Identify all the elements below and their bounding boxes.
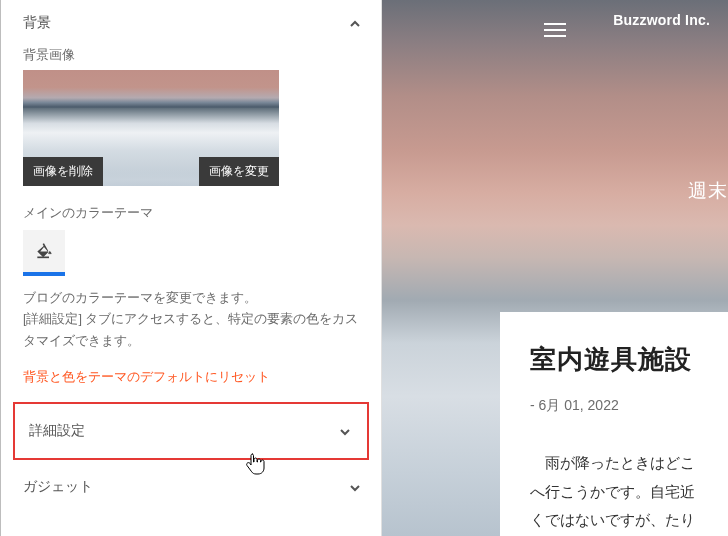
theme-designer-sidebar: 背景 背景画像 画像を削除 画像を変更 メインのカラーテーマ ブログのカラーテー… <box>0 0 382 536</box>
color-theme-picker[interactable] <box>23 230 65 272</box>
advanced-settings-row[interactable]: 詳細設定 <box>13 402 369 460</box>
help-line-1: ブログのカラーテーマを変更できます。 <box>23 288 359 309</box>
post-date: - 6月 01, 2022 <box>530 397 708 415</box>
paint-bucket-icon <box>34 239 54 263</box>
main-color-theme-label: メインのカラーテーマ <box>1 186 381 230</box>
advanced-settings-label: 詳細設定 <box>29 422 85 440</box>
gadget-label: ガジェット <box>23 478 93 496</box>
change-image-button[interactable]: 画像を変更 <box>199 157 279 186</box>
chevron-down-icon <box>339 425 351 437</box>
help-line-2: [詳細設定] タブにアクセスすると、特定の要素の色をカスタマイズできます。 <box>23 309 359 352</box>
post-title[interactable]: 室内遊具施設 <box>530 342 708 377</box>
post-body: 雨が降ったときはどこへ行こうかです。自宅近くではないですが、たり大きなボールプー… <box>530 449 708 536</box>
preview-topbar: Buzzword Inc. <box>382 0 728 60</box>
color-theme-help-text: ブログのカラーテーマを変更できます。 [詳細設定] タブにアクセスすると、特定の… <box>1 272 381 352</box>
bg-image-button-row: 画像を削除 画像を変更 <box>23 157 279 186</box>
section-background-header[interactable]: 背景 <box>1 0 381 46</box>
blog-preview: Buzzword Inc. 週末 室内遊具施設 - 6月 01, 2022 雨が… <box>382 0 728 536</box>
bg-image-thumbnail-wrap: 画像を削除 画像を変更 <box>23 70 279 186</box>
bg-image-label: 背景画像 <box>1 46 381 70</box>
reset-theme-link[interactable]: 背景と色をテーマのデフォルトにリセット <box>1 352 381 400</box>
chevron-down-icon <box>349 481 361 493</box>
svg-rect-0 <box>37 257 49 259</box>
hero-title-fragment: 週末 <box>688 178 728 204</box>
brand-title: Buzzword Inc. <box>613 12 710 28</box>
chevron-up-icon <box>349 17 361 29</box>
hamburger-menu-icon[interactable] <box>544 19 566 41</box>
post-card: 室内遊具施設 - 6月 01, 2022 雨が降ったときはどこへ行こうかです。自… <box>500 312 728 536</box>
gadget-section-row[interactable]: ガジェット <box>1 460 381 510</box>
delete-image-button[interactable]: 画像を削除 <box>23 157 103 186</box>
section-background-label: 背景 <box>23 14 51 32</box>
